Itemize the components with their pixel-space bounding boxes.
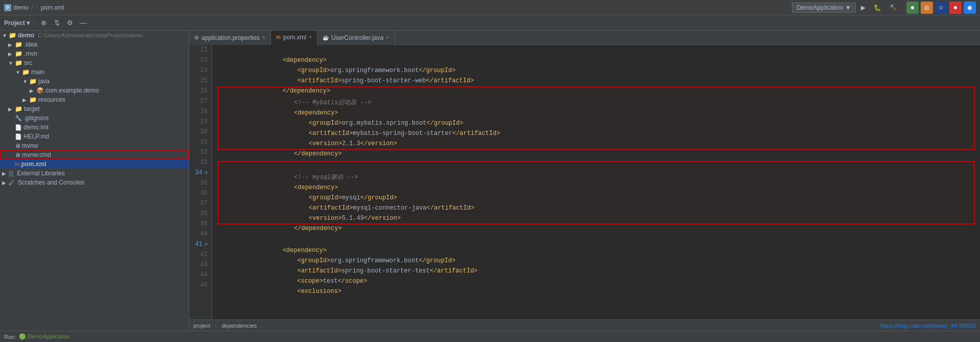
red-box-mybatis: <!-- Mybatis启动器 --> <dependency> <groupI… [217, 86, 975, 150]
sync-button[interactable]: ⇅ [52, 18, 62, 28]
ln-43: 43 [193, 260, 208, 270]
code-line-23: <groupId>org.springframework.boot</group… [216, 55, 976, 65]
editor-content: 22 23 24 25 26 27 28 29 30 31 32 33 34↺ … [189, 45, 980, 320]
arrow-icon-main: ▼ [15, 70, 20, 75]
sidebar-item-idea[interactable]: ▶ 📁 .idea [0, 40, 189, 49]
lib-icon: ||| [9, 170, 13, 177]
project-name: demo [13, 4, 29, 11]
arrow-icon: ▼ [2, 33, 7, 38]
tab-prop-close[interactable]: × [262, 35, 265, 40]
sidebar-item-demo-iml[interactable]: ▶ 📄 demo.iml [0, 123, 189, 132]
icon-blue[interactable]: ○ [935, 2, 947, 14]
icon-red[interactable]: ● [949, 2, 962, 14]
code-line-22: <dependency> [216, 45, 976, 55]
arrow-icon-resources: ▶ [22, 97, 28, 103]
tab-xml-icon: m [276, 34, 281, 40]
tab-java-close[interactable]: × [386, 35, 389, 40]
tab-xml-close[interactable]: × [309, 34, 312, 40]
tab-java-label: UserController.java [331, 34, 383, 41]
ext-libs-label: External Libraries [17, 170, 64, 177]
status-url[interactable]: https://blog.csdn.net/weixin_44758662 [880, 323, 976, 329]
sidebar-item-src[interactable]: ▼ 📁 src [0, 58, 189, 67]
ln-44: 44 [193, 270, 208, 280]
sidebar-item-com[interactable]: ▶ 📦 com.example.demo [0, 86, 189, 95]
main-layout: ▼ 📁 demo C:\Users\Administrator\IdeaProj… [0, 31, 980, 331]
sidebar-item-mvnw-cmd[interactable]: ▶ 🖥 mvnw.cmd [0, 150, 189, 159]
sidebar-item-pom-xml[interactable]: ▶ m pom.xml [0, 159, 189, 169]
tab-java-icon: ☕ [323, 35, 329, 40]
idea-label: .idea [24, 41, 37, 48]
gear-button[interactable]: ⚙ [65, 18, 75, 28]
target-label: target [24, 105, 40, 112]
sidebar-item-demo[interactable]: ▼ 📁 demo C:\Users\Administrator\IdeaProj… [0, 31, 189, 40]
ln-35: 35 [193, 178, 208, 188]
com-label: com.example.demo [45, 87, 99, 94]
arrow-icon-target: ▶ [8, 106, 13, 112]
icon-cyan[interactable]: ◉ [964, 2, 976, 14]
folder-icon-main: 📁 [22, 69, 30, 76]
xml-icon-pom: m [15, 161, 19, 167]
code-line-41: <groupId>org.springframework.boot</group… [216, 245, 976, 256]
top-nav: D demo // pom.xml DemoApplication ▼ ▶ 🐛 … [0, 0, 980, 15]
sidebar-item-scratches[interactable]: ▶ 🖊 Scratches and Consoles [0, 178, 189, 187]
code-line-26: <!-- Mybatis启动器 --> [220, 87, 972, 98]
project-label: Project ▾ [4, 19, 30, 27]
sidebar-item-ext-libs[interactable]: ▶ ||| External Libraries [0, 169, 189, 178]
demo-label: demo [18, 32, 34, 39]
code-area[interactable]: <dependency> <groupId>org.springframewor… [212, 45, 980, 320]
scratches-icon: 🖊 [9, 179, 14, 186]
file-icon-mvnw-cmd: 🖥 [15, 152, 20, 158]
ln-31: 31 [193, 137, 208, 147]
arrow-icon-ext: ▶ [2, 171, 7, 176]
icon-orange[interactable]: ◎ [921, 2, 933, 14]
gitignore-label: .gitignore [24, 115, 49, 122]
tab-application-properties[interactable]: ⚙ application.properties × [189, 31, 271, 45]
nav-left: D demo // pom.xml [4, 4, 64, 11]
arrow-icon-com: ▶ [30, 88, 35, 94]
ln-38: 38 [193, 209, 208, 219]
add-button[interactable]: ⊕ [38, 18, 49, 28]
minus-button[interactable]: — [78, 18, 88, 28]
ln-30: 30 [193, 127, 208, 137]
breadcrumb-bar: project › dependencies https://blog.csdn… [189, 320, 980, 331]
tab-usercontroller[interactable]: ☕ UserController.java × [317, 31, 395, 45]
sidebar-item-target[interactable]: ▶ 📁 target [0, 104, 189, 113]
sidebar-item-mvn[interactable]: ▶ 📁 .mvn [0, 49, 189, 58]
folder-icon-java: 📁 [29, 78, 37, 85]
ln-37: 37 [193, 198, 208, 209]
ln-28: 28 [193, 106, 208, 117]
line-numbers: 22 23 24 25 26 27 28 29 30 31 32 33 34↺ … [189, 45, 212, 320]
sidebar-item-gitignore[interactable]: ▶ 🔧 .gitignore [0, 113, 189, 123]
sidebar-item-mvnw[interactable]: ▶ 🖥 mvnw [0, 141, 189, 150]
tab-prop-icon: ⚙ [194, 35, 199, 40]
demo-app-label: DemoApplication [796, 4, 843, 11]
src-label: src [24, 59, 32, 66]
sidebar-item-help[interactable]: ▶ 📄 HELP.md [0, 132, 189, 141]
toolbar-sep-1 [34, 19, 34, 27]
sidebar-item-main[interactable]: ▼ 📁 main [0, 67, 189, 77]
tab-prop-label: application.properties [201, 34, 260, 41]
main-toolbar: Project ▾ ⊕ ⇅ ⚙ — [0, 15, 980, 31]
pom-title: pom.xml [41, 4, 64, 11]
ln-23: 23 [193, 55, 208, 65]
folder-icon-target: 📁 [15, 105, 22, 112]
file-icon-iml: 📄 [15, 124, 22, 131]
sidebar-item-resources[interactable]: ▶ 📁 resources [0, 95, 189, 104]
ln-25: 25 [193, 76, 208, 86]
sidebar: ▼ 📁 demo C:\Users\Administrator\IdeaProj… [0, 31, 189, 331]
icon-green[interactable]: ● [906, 2, 919, 14]
debug-button[interactable]: 🐛 [871, 3, 884, 12]
sidebar-item-java[interactable]: ▼ 📁 java [0, 77, 189, 86]
folder-icon-mvn: 📁 [15, 50, 22, 57]
demo-app-button[interactable]: DemoApplication ▼ [792, 3, 856, 13]
folder-icon-demo: 📁 [9, 32, 16, 39]
breadcrumb-project: project [193, 323, 210, 329]
arrow-icon-scratches: ▶ [2, 180, 7, 186]
pom-xml-label: pom.xml [21, 161, 46, 168]
mvn-label: .mvn [24, 50, 37, 57]
run-button[interactable]: ▶ [858, 3, 869, 12]
tab-pom-xml[interactable]: m pom.xml × [271, 31, 317, 45]
build-button[interactable]: 🔨 [886, 3, 900, 12]
red-box-mysql: <!-- mysql驱动 --> <dependency> <groupId>m… [217, 161, 975, 224]
code-line-40: <dependency> [216, 235, 976, 245]
